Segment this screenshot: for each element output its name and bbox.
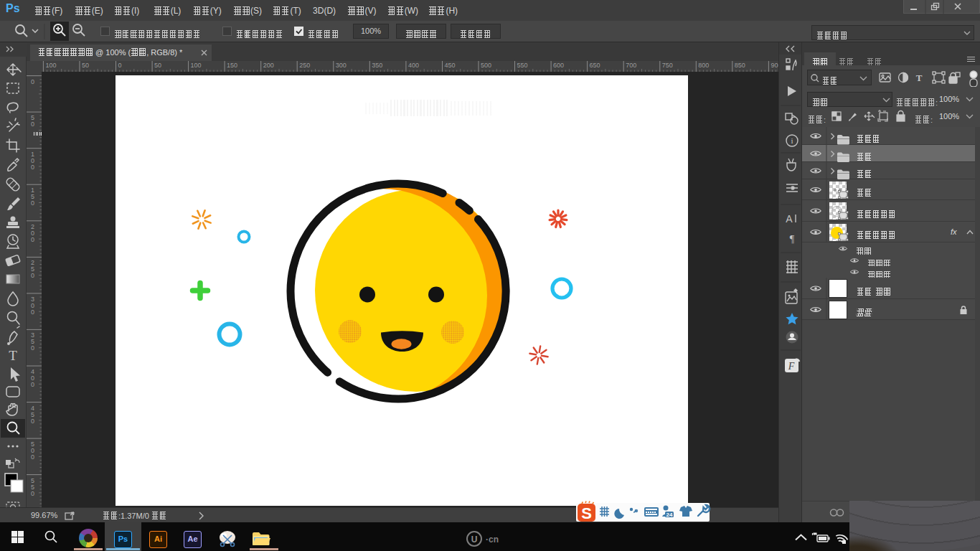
svg-text:800: 800 bbox=[698, 62, 709, 69]
svg-text:0: 0 bbox=[31, 121, 34, 128]
svg-text:¶: ¶ bbox=[790, 234, 795, 245]
svg-text:T: T bbox=[916, 72, 923, 83]
svg-text:0: 0 bbox=[31, 199, 34, 207]
svg-text:150: 150 bbox=[227, 62, 237, 69]
svg-text:700: 700 bbox=[626, 62, 636, 69]
svg-text:S: S bbox=[581, 504, 592, 522]
svg-text:0: 0 bbox=[31, 309, 34, 316]
svg-text:850: 850 bbox=[735, 62, 745, 69]
svg-text:550: 550 bbox=[517, 62, 528, 69]
svg-text:F: F bbox=[788, 361, 795, 372]
svg-text:0: 0 bbox=[31, 236, 34, 243]
svg-text:50: 50 bbox=[154, 62, 161, 69]
svg-text:500: 500 bbox=[481, 62, 491, 69]
svg-text:0: 0 bbox=[31, 164, 34, 171]
svg-text:350: 350 bbox=[372, 62, 382, 69]
svg-text:i: i bbox=[791, 136, 793, 145]
svg-text:T: T bbox=[9, 348, 17, 363]
svg-text:450: 450 bbox=[445, 62, 456, 69]
svg-text:0: 0 bbox=[31, 344, 34, 352]
svg-text:0: 0 bbox=[118, 62, 122, 69]
svg-text:250: 250 bbox=[299, 62, 310, 69]
svg-text:0: 0 bbox=[31, 381, 34, 388]
svg-text:A: A bbox=[786, 213, 793, 225]
svg-text:750: 750 bbox=[662, 62, 673, 69]
svg-text:0: 0 bbox=[31, 78, 34, 85]
svg-text:100: 100 bbox=[45, 62, 56, 69]
svg-text:0: 0 bbox=[31, 490, 34, 497]
svg-text:200: 200 bbox=[263, 62, 274, 69]
svg-text:300: 300 bbox=[336, 62, 347, 69]
svg-text:0: 0 bbox=[31, 418, 34, 425]
svg-text:400: 400 bbox=[408, 62, 419, 69]
svg-text:600: 600 bbox=[553, 62, 564, 69]
svg-text:0: 0 bbox=[31, 272, 34, 279]
svg-text:900: 900 bbox=[771, 62, 778, 69]
svg-text:50: 50 bbox=[82, 62, 89, 69]
svg-text:0: 0 bbox=[31, 453, 34, 461]
svg-text:24: 24 bbox=[666, 512, 673, 518]
svg-text:650: 650 bbox=[590, 62, 600, 69]
svg-text:100: 100 bbox=[191, 62, 202, 69]
